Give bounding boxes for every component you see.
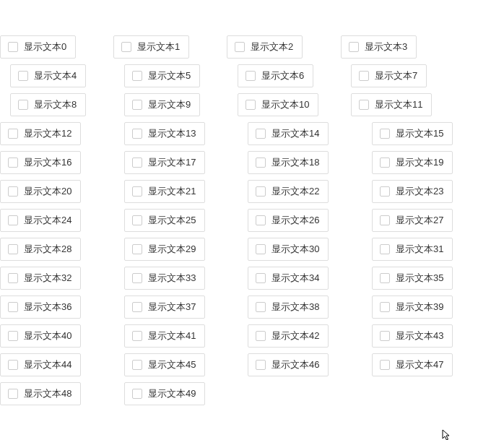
- checkbox-item-18[interactable]: 显示文本18: [248, 151, 329, 174]
- checkbox-43[interactable]: [380, 331, 390, 341]
- checkbox-item-32[interactable]: 显示文本32: [0, 267, 81, 290]
- checkbox-48[interactable]: [8, 389, 18, 399]
- checkbox-item-21[interactable]: 显示文本21: [124, 180, 205, 203]
- checkbox-item-36[interactable]: 显示文本36: [0, 296, 81, 319]
- checkbox-27[interactable]: [380, 215, 390, 225]
- checkbox-40[interactable]: [8, 331, 18, 341]
- checkbox-47[interactable]: [380, 360, 390, 370]
- checkbox-8[interactable]: [18, 100, 28, 110]
- checkbox-17[interactable]: [132, 158, 142, 168]
- checkbox-item-34[interactable]: 显示文本34: [248, 267, 329, 290]
- checkbox-11[interactable]: [359, 100, 369, 110]
- checkbox-item-11[interactable]: 显示文本11: [351, 93, 432, 116]
- checkbox-24[interactable]: [8, 215, 18, 225]
- checkbox-item-49[interactable]: 显示文本49: [124, 382, 205, 405]
- checkbox-item-46[interactable]: 显示文本46: [248, 353, 329, 376]
- checkbox-item-23[interactable]: 显示文本23: [372, 180, 453, 203]
- checkbox-item-27[interactable]: 显示文本27: [372, 209, 453, 232]
- checkbox-12[interactable]: [8, 129, 18, 139]
- checkbox-0[interactable]: [8, 42, 18, 52]
- checkbox-45[interactable]: [132, 360, 142, 370]
- checkbox-3[interactable]: [349, 42, 359, 52]
- checkbox-item-43[interactable]: 显示文本43: [372, 324, 453, 348]
- checkbox-23[interactable]: [380, 186, 390, 197]
- checkbox-25[interactable]: [132, 215, 142, 225]
- checkbox-item-14[interactable]: 显示文本14: [248, 122, 329, 145]
- checkbox-item-3[interactable]: 显示文本3: [341, 35, 417, 59]
- checkbox-6[interactable]: [246, 71, 256, 81]
- checkbox-item-38[interactable]: 显示文本38: [248, 296, 329, 319]
- checkbox-item-42[interactable]: 显示文本42: [248, 324, 329, 348]
- checkbox-item-7[interactable]: 显示文本7: [351, 64, 427, 87]
- checkbox-item-24[interactable]: 显示文本24: [0, 209, 81, 232]
- checkbox-37[interactable]: [132, 302, 142, 312]
- checkbox-22[interactable]: [256, 186, 266, 197]
- checkbox-item-8[interactable]: 显示文本8: [10, 93, 86, 116]
- checkbox-32[interactable]: [8, 273, 18, 283]
- checkbox-item-0[interactable]: 显示文本0: [0, 35, 76, 59]
- checkbox-15[interactable]: [380, 129, 390, 139]
- checkbox-item-9[interactable]: 显示文本9: [124, 93, 200, 116]
- checkbox-16[interactable]: [8, 158, 18, 168]
- checkbox-item-17[interactable]: 显示文本17: [124, 151, 205, 174]
- checkbox-42[interactable]: [256, 331, 266, 341]
- checkbox-item-4[interactable]: 显示文本4: [10, 64, 86, 87]
- checkbox-item-44[interactable]: 显示文本44: [0, 353, 81, 376]
- checkbox-7[interactable]: [359, 71, 369, 81]
- checkbox-item-5[interactable]: 显示文本5: [124, 64, 200, 87]
- checkbox-item-1[interactable]: 显示文本1: [113, 35, 189, 59]
- checkbox-1[interactable]: [121, 42, 131, 52]
- checkbox-39[interactable]: [380, 302, 390, 312]
- checkbox-13[interactable]: [132, 129, 142, 139]
- checkbox-14[interactable]: [256, 129, 266, 139]
- checkbox-item-29[interactable]: 显示文本29: [124, 238, 205, 261]
- checkbox-item-16[interactable]: 显示文本16: [0, 151, 81, 174]
- checkbox-26[interactable]: [256, 215, 266, 225]
- checkbox-item-33[interactable]: 显示文本33: [124, 267, 205, 290]
- checkbox-item-22[interactable]: 显示文本22: [248, 180, 329, 203]
- checkbox-20[interactable]: [8, 186, 18, 197]
- checkbox-item-26[interactable]: 显示文本26: [248, 209, 329, 232]
- checkbox-33[interactable]: [132, 273, 142, 283]
- checkbox-36[interactable]: [8, 302, 18, 312]
- checkbox-item-48[interactable]: 显示文本48: [0, 382, 81, 405]
- checkbox-item-20[interactable]: 显示文本20: [0, 180, 81, 203]
- checkbox-29[interactable]: [132, 244, 142, 254]
- checkbox-19[interactable]: [380, 158, 390, 168]
- checkbox-item-15[interactable]: 显示文本15: [372, 122, 453, 145]
- checkbox-5[interactable]: [132, 71, 142, 81]
- checkbox-item-12[interactable]: 显示文本12: [0, 122, 81, 145]
- checkbox-38[interactable]: [256, 302, 266, 312]
- checkbox-4[interactable]: [18, 71, 28, 81]
- checkbox-item-39[interactable]: 显示文本39: [372, 296, 453, 319]
- checkbox-item-13[interactable]: 显示文本13: [124, 122, 205, 145]
- checkbox-item-25[interactable]: 显示文本25: [124, 209, 205, 232]
- checkbox-2[interactable]: [235, 42, 245, 52]
- checkbox-item-6[interactable]: 显示文本6: [238, 64, 313, 87]
- checkbox-item-19[interactable]: 显示文本19: [372, 151, 453, 174]
- checkbox-item-30[interactable]: 显示文本30: [248, 238, 329, 261]
- checkbox-41[interactable]: [132, 331, 142, 341]
- checkbox-49[interactable]: [132, 389, 142, 399]
- checkbox-item-35[interactable]: 显示文本35: [372, 267, 453, 290]
- checkbox-item-45[interactable]: 显示文本45: [124, 353, 205, 376]
- checkbox-item-47[interactable]: 显示文本47: [372, 353, 453, 376]
- checkbox-item-28[interactable]: 显示文本28: [0, 238, 81, 261]
- checkbox-28[interactable]: [8, 244, 18, 254]
- checkbox-item-41[interactable]: 显示文本41: [124, 324, 205, 348]
- checkbox-9[interactable]: [132, 100, 142, 110]
- checkbox-item-2[interactable]: 显示文本2: [227, 35, 303, 59]
- checkbox-18[interactable]: [256, 158, 266, 168]
- checkbox-item-31[interactable]: 显示文本31: [372, 238, 453, 261]
- checkbox-item-40[interactable]: 显示文本40: [0, 324, 81, 348]
- checkbox-46[interactable]: [256, 360, 266, 370]
- checkbox-34[interactable]: [256, 273, 266, 283]
- checkbox-item-37[interactable]: 显示文本37: [124, 296, 205, 319]
- checkbox-30[interactable]: [256, 244, 266, 254]
- checkbox-31[interactable]: [380, 244, 390, 254]
- checkbox-35[interactable]: [380, 273, 390, 283]
- checkbox-21[interactable]: [132, 186, 142, 197]
- checkbox-item-10[interactable]: 显示文本10: [238, 93, 318, 116]
- checkbox-44[interactable]: [8, 360, 18, 370]
- checkbox-10[interactable]: [246, 100, 256, 110]
